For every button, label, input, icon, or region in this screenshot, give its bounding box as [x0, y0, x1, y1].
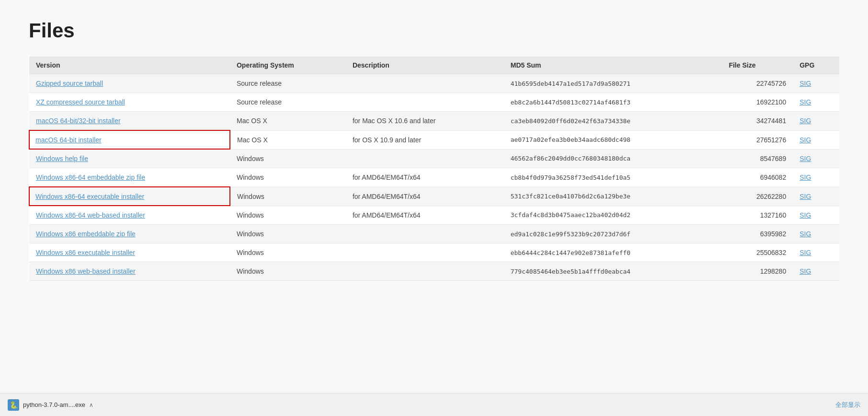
sig-link[interactable]: SIG — [799, 136, 811, 144]
gpg-cell[interactable]: SIG — [793, 187, 839, 206]
filesize-cell: 8547689 — [722, 149, 793, 168]
gpg-cell[interactable]: SIG — [793, 262, 839, 281]
os-cell: Windows — [230, 225, 346, 243]
filesize-cell: 1298280 — [722, 262, 793, 281]
filesize-cell: 27651276 — [722, 130, 793, 149]
version-link[interactable]: Windows x86 embeddable zip file — [36, 230, 136, 238]
table-row: Windows x86-64 embeddable zip fileWindow… — [29, 168, 839, 187]
md5-cell: ebb6444c284c1447e902e87381afeff0 — [504, 243, 722, 262]
version-cell: macOS 64-bit installer — [29, 130, 230, 149]
md5-cell: cb8b4f0d979a36258f73ed541def10a5 — [504, 168, 722, 187]
version-link[interactable]: Windows x86 web-based installer — [36, 267, 136, 275]
sig-link[interactable]: SIG — [799, 173, 811, 181]
description-cell — [346, 149, 504, 168]
md5-cell: ed9a1c028c1e99f5323b9c20723d7d6f — [504, 225, 722, 243]
version-link[interactable]: Windows x86 executable installer — [36, 249, 135, 256]
gpg-cell[interactable]: SIG — [793, 112, 839, 131]
gpg-cell[interactable]: SIG — [793, 149, 839, 168]
md5-cell: 779c4085464eb3ee5b1a4fffd0eabca4 — [504, 262, 722, 281]
gpg-cell[interactable]: SIG — [793, 130, 839, 149]
version-cell: macOS 64-bit/32-bit installer — [29, 112, 230, 131]
version-link[interactable]: XZ compressed source tarball — [36, 98, 125, 106]
version-cell: Windows help file — [29, 149, 230, 168]
os-cell: Windows — [230, 168, 346, 187]
table-row: Windows x86-64 web-based installerWindow… — [29, 206, 839, 225]
md5-cell: 41b6595deb4147a1ed517a7d9a580271 — [504, 74, 722, 93]
version-link[interactable]: Gzipped source tarball — [36, 80, 103, 87]
table-row: Windows x86 executable installerWindowse… — [29, 243, 839, 262]
sig-link[interactable]: SIG — [799, 267, 811, 275]
gpg-cell[interactable]: SIG — [793, 93, 839, 112]
table-row: macOS 64-bit/32-bit installerMac OS Xfor… — [29, 112, 839, 131]
page-title: Files — [29, 19, 839, 42]
version-cell: Windows x86-64 web-based installer — [29, 206, 230, 225]
md5-cell: ca3eb84092d0ff6d02e42f63a734338e — [504, 112, 722, 131]
version-cell: Gzipped source tarball — [29, 74, 230, 93]
description-cell: for Mac OS X 10.6 and later — [346, 112, 504, 131]
sig-link[interactable]: SIG — [799, 230, 811, 238]
filesize-cell: 6946082 — [722, 168, 793, 187]
sig-link[interactable]: SIG — [799, 98, 811, 106]
filesize-cell: 1327160 — [722, 206, 793, 225]
os-cell: Mac OS X — [230, 112, 346, 131]
md5-cell: 3cfdaf4c8d3b0475aaec12ba402d04d2 — [504, 206, 722, 225]
md5-cell: 531c3fc821ce0a4107b6d2c6a129be3e — [504, 187, 722, 206]
os-cell: Windows — [230, 262, 346, 281]
filesize-cell: 16922100 — [722, 93, 793, 112]
description-cell: for AMD64/EM64T/x64 — [346, 187, 504, 206]
gpg-cell[interactable]: SIG — [793, 206, 839, 225]
description-cell — [346, 74, 504, 93]
version-link[interactable]: macOS 64-bit/32-bit installer — [36, 117, 121, 125]
sig-link[interactable]: SIG — [799, 155, 811, 162]
version-link[interactable]: Windows x86-64 web-based installer — [36, 211, 145, 219]
description-cell — [346, 243, 504, 262]
version-link[interactable]: Windows x86-64 executable installer — [35, 193, 144, 200]
os-cell: Windows — [230, 187, 346, 206]
filesize-cell: 26262280 — [722, 187, 793, 206]
description-cell — [346, 225, 504, 243]
filesize-cell: 34274481 — [722, 112, 793, 131]
os-cell: Windows — [230, 206, 346, 225]
sig-link[interactable]: SIG — [799, 80, 811, 87]
col-version: Version — [29, 57, 230, 74]
table-row: Windows x86 web-based installerWindows77… — [29, 262, 839, 281]
description-cell — [346, 262, 504, 281]
description-cell: for OS X 10.9 and later — [346, 130, 504, 149]
os-cell: Mac OS X — [230, 130, 346, 149]
version-cell: Windows x86-64 embeddable zip file — [29, 168, 230, 187]
gpg-cell[interactable]: SIG — [793, 243, 839, 262]
table-row: Windows help fileWindows46562af86c2049dd… — [29, 149, 839, 168]
version-cell: Windows x86 web-based installer — [29, 262, 230, 281]
col-md5: MD5 Sum — [504, 57, 722, 74]
md5-cell: 46562af86c2049dd0cc7680348180dca — [504, 149, 722, 168]
gpg-cell[interactable]: SIG — [793, 74, 839, 93]
version-cell: Windows x86 executable installer — [29, 243, 230, 262]
version-link[interactable]: macOS 64-bit installer — [35, 136, 102, 144]
table-row: Windows x86 embeddable zip fileWindowsed… — [29, 225, 839, 243]
version-link[interactable]: Windows x86-64 embeddable zip file — [36, 173, 145, 181]
table-row: Gzipped source tarballSource release41b6… — [29, 74, 839, 93]
version-link[interactable]: Windows help file — [36, 155, 88, 162]
files-table: Version Operating System Description MD5… — [29, 57, 839, 281]
filesize-cell: 25506832 — [722, 243, 793, 262]
col-gpg: GPG — [793, 57, 839, 74]
table-header-row: Version Operating System Description MD5… — [29, 57, 839, 74]
table-row: Windows x86-64 executable installerWindo… — [29, 187, 839, 206]
filesize-cell: 22745726 — [722, 74, 793, 93]
os-cell: Windows — [230, 243, 346, 262]
sig-link[interactable]: SIG — [799, 193, 811, 200]
sig-link[interactable]: SIG — [799, 249, 811, 256]
sig-link[interactable]: SIG — [799, 211, 811, 219]
sig-link[interactable]: SIG — [799, 117, 811, 125]
os-cell: Source release — [230, 74, 346, 93]
gpg-cell[interactable]: SIG — [793, 225, 839, 243]
description-cell: for AMD64/EM64T/x64 — [346, 168, 504, 187]
col-description: Description — [346, 57, 504, 74]
version-cell: Windows x86-64 executable installer — [29, 187, 230, 206]
gpg-cell[interactable]: SIG — [793, 168, 839, 187]
md5-cell: ae0717a02efea3b0eb34aadc680dc498 — [504, 130, 722, 149]
page-content: Files Version Operating System Descripti… — [0, 0, 868, 319]
description-cell — [346, 93, 504, 112]
version-cell: XZ compressed source tarball — [29, 93, 230, 112]
md5-cell: eb8c2a6b1447d50813c02714af4681f3 — [504, 93, 722, 112]
